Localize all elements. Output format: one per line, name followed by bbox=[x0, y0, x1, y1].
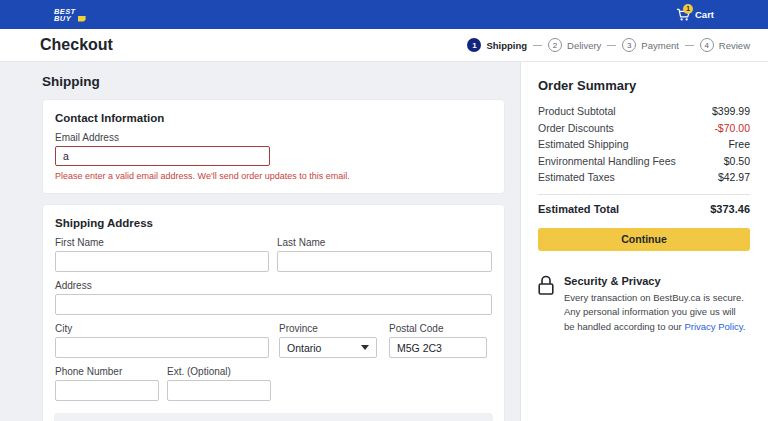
city-label: City bbox=[55, 323, 269, 334]
shipping-pane: Shipping Contact Information Email Addre… bbox=[0, 62, 520, 421]
first-name-field-group: First Name bbox=[55, 237, 269, 272]
estimated-total-value: $373.46 bbox=[710, 203, 750, 215]
next-section-placeholder bbox=[54, 413, 493, 421]
order-summary-panel: Order Summary Product Subtotal $399.99 O… bbox=[520, 62, 768, 421]
phone-number-field[interactable] bbox=[55, 380, 159, 401]
cart-count-badge: 1 bbox=[683, 4, 693, 14]
estimated-taxes-value: $42.97 bbox=[718, 169, 750, 186]
bestbuy-logo-text: BEST BUY bbox=[54, 8, 76, 22]
handling-fees-label: Environmental Handling Fees bbox=[538, 153, 676, 170]
cart-label: Cart bbox=[695, 9, 714, 20]
step-payment-number: 3 bbox=[622, 38, 636, 52]
address-field[interactable] bbox=[55, 294, 492, 315]
postal-code-label: Postal Code bbox=[389, 323, 487, 334]
name-row: First Name Last Name bbox=[55, 237, 492, 272]
step-review-number: 4 bbox=[700, 38, 714, 52]
security-privacy-text: Every transaction on BestBuy.ca is secur… bbox=[564, 291, 746, 335]
ext-label: Ext. (Optional) bbox=[167, 366, 271, 377]
step-delivery: 2 Delivery bbox=[548, 38, 601, 52]
estimated-total-row: Estimated Total $373.46 bbox=[538, 203, 750, 215]
step-payment-label: Payment bbox=[641, 40, 679, 51]
email-error-message: Please enter a valid email address. We'l… bbox=[55, 171, 492, 181]
last-name-label: Last Name bbox=[277, 237, 492, 248]
lock-icon bbox=[538, 275, 554, 296]
chevron-down-icon bbox=[361, 345, 369, 350]
cart-button[interactable]: 1 Cart bbox=[676, 8, 714, 22]
subtotal-value: $399.99 bbox=[712, 103, 750, 120]
address-label: Address bbox=[55, 280, 492, 291]
step-review-label: Review bbox=[719, 40, 750, 51]
step-separator bbox=[607, 45, 616, 46]
postal-code-field-group: Postal Code bbox=[389, 323, 487, 358]
step-shipping-label: Shipping bbox=[486, 40, 527, 51]
ext-field[interactable] bbox=[167, 380, 271, 401]
bestbuy-tag-icon bbox=[78, 16, 86, 22]
city-field[interactable] bbox=[55, 337, 269, 358]
continue-button[interactable]: Continue bbox=[538, 228, 750, 251]
security-privacy-title: Security & Privacy bbox=[564, 275, 746, 287]
summary-row-taxes: Estimated Taxes $42.97 bbox=[538, 169, 750, 186]
step-shipping: 1 Shipping bbox=[467, 38, 527, 52]
shipping-address-heading: Shipping Address bbox=[55, 217, 492, 229]
step-payment: 3 Payment bbox=[622, 38, 679, 52]
summary-row-discounts: Order Discounts -$70.00 bbox=[538, 120, 750, 137]
postal-code-field[interactable] bbox=[389, 337, 487, 358]
main-content: Shipping Contact Information Email Addre… bbox=[0, 62, 768, 421]
order-summary-title: Order Summary bbox=[538, 78, 750, 93]
address-row: Address bbox=[55, 280, 492, 315]
province-selected-value: Ontario bbox=[287, 342, 321, 354]
step-review: 4 Review bbox=[700, 38, 750, 52]
estimated-shipping-label: Estimated Shipping bbox=[538, 136, 628, 153]
first-name-field[interactable] bbox=[55, 251, 269, 272]
phone-number-label: Phone Number bbox=[55, 366, 159, 377]
checkout-header: Checkout 1 Shipping 2 Delivery 3 Payment… bbox=[0, 29, 768, 62]
email-field[interactable] bbox=[55, 146, 270, 166]
step-delivery-number: 2 bbox=[548, 38, 562, 52]
address-field-group: Address bbox=[55, 280, 492, 315]
step-separator bbox=[533, 45, 542, 46]
last-name-field-group: Last Name bbox=[277, 237, 492, 272]
province-field-group: Province Ontario bbox=[279, 323, 377, 358]
security-privacy-content: Security & Privacy Every transaction on … bbox=[564, 275, 746, 335]
estimated-shipping-value: Free bbox=[728, 136, 750, 153]
discounts-label: Order Discounts bbox=[538, 120, 614, 137]
shipping-heading: Shipping bbox=[42, 74, 505, 89]
last-name-field[interactable] bbox=[277, 251, 492, 272]
checkout-steps: 1 Shipping 2 Delivery 3 Payment 4 Review bbox=[467, 38, 750, 52]
subtotal-label: Product Subtotal bbox=[538, 103, 616, 120]
ext-field-group: Ext. (Optional) bbox=[167, 366, 271, 401]
step-shipping-number: 1 bbox=[467, 38, 481, 52]
contact-information-heading: Contact Information bbox=[55, 112, 492, 124]
phone-row: Phone Number Ext. (Optional) bbox=[55, 366, 492, 401]
summary-row-handling-fees: Environmental Handling Fees $0.50 bbox=[538, 153, 750, 170]
top-navbar: BEST BUY 1 Cart bbox=[0, 0, 768, 29]
logo-line2: BUY bbox=[54, 15, 76, 22]
privacy-policy-link[interactable]: Privacy Policy bbox=[684, 321, 742, 332]
contact-information-card: Contact Information Email Address Please… bbox=[42, 99, 505, 194]
bestbuy-logo[interactable]: BEST BUY bbox=[54, 8, 86, 22]
city-province-postal-row: City Province Ontario Postal Code bbox=[55, 323, 492, 358]
phone-field-group: Phone Number bbox=[55, 366, 159, 401]
summary-row-subtotal: Product Subtotal $399.99 bbox=[538, 103, 750, 120]
summary-divider bbox=[538, 194, 750, 195]
discounts-value: -$70.00 bbox=[714, 120, 750, 137]
security-text-part2: . bbox=[743, 321, 746, 332]
step-delivery-label: Delivery bbox=[567, 40, 601, 51]
handling-fees-value: $0.50 bbox=[724, 153, 750, 170]
first-name-label: First Name bbox=[55, 237, 269, 248]
city-field-group: City bbox=[55, 323, 269, 358]
estimated-total-label: Estimated Total bbox=[538, 203, 619, 215]
card-spacer bbox=[42, 194, 505, 204]
step-separator bbox=[685, 45, 694, 46]
email-label: Email Address bbox=[55, 132, 492, 143]
security-privacy-section: Security & Privacy Every transaction on … bbox=[538, 275, 750, 335]
province-label: Province bbox=[279, 323, 377, 334]
summary-row-shipping: Estimated Shipping Free bbox=[538, 136, 750, 153]
province-select[interactable]: Ontario bbox=[279, 337, 377, 358]
shipping-address-card: Shipping Address First Name Last Name Ad… bbox=[42, 204, 505, 421]
estimated-taxes-label: Estimated Taxes bbox=[538, 169, 615, 186]
page-title: Checkout bbox=[40, 36, 113, 54]
